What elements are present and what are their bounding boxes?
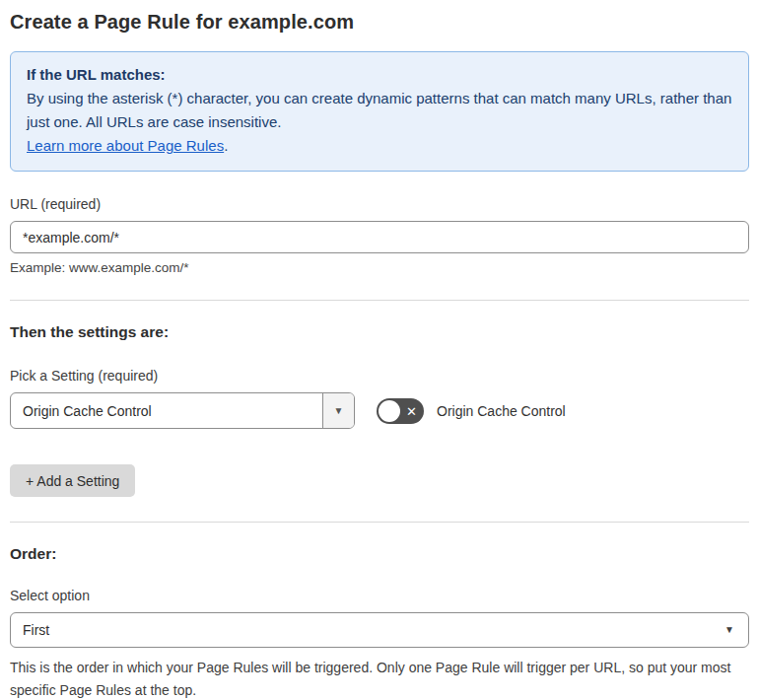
add-setting-button[interactable]: + Add a Setting [10, 464, 135, 497]
order-select[interactable]: First ▼ [10, 612, 749, 648]
setting-select-value: Origin Cache Control [11, 393, 322, 428]
toggle-off-x-icon: ✕ [406, 404, 417, 417]
page-title: Create a Page Rule for example.com [10, 8, 749, 35]
order-help-text: This is the order in which your Page Rul… [10, 657, 749, 700]
info-box-link-line: Learn more about Page Rules. [27, 134, 732, 158]
url-field-label: URL (required) [10, 195, 749, 213]
toggle-label: Origin Cache Control [437, 403, 566, 419]
chevron-down-icon: ▼ [724, 625, 734, 635]
url-example-helper: Example: www.example.com/* [10, 260, 749, 275]
info-box-heading: If the URL matches: [27, 63, 732, 87]
info-box-body: By using the asterisk (*) character, you… [27, 87, 732, 134]
settings-section-heading: Then the settings are: [10, 323, 749, 341]
origin-cache-control-toggle[interactable]: ✕ [377, 398, 424, 424]
setting-picker-row: Origin Cache Control ▼ ✕ Origin Cache Co… [10, 392, 749, 429]
order-select-label: Select option [10, 587, 749, 604]
order-select-value: First [23, 622, 49, 638]
pick-setting-label: Pick a Setting (required) [10, 367, 749, 385]
toggle-knob [379, 400, 400, 422]
divider [10, 300, 749, 301]
link-suffix: . [224, 137, 228, 154]
order-section-heading: Order: [10, 545, 749, 563]
learn-more-link[interactable]: Learn more about Page Rules [27, 137, 224, 154]
url-input[interactable] [10, 221, 749, 253]
setting-select[interactable]: Origin Cache Control ▼ [10, 392, 355, 429]
url-match-info-box: If the URL matches: By using the asteris… [10, 51, 749, 172]
setting-select-arrow-button[interactable]: ▼ [322, 393, 354, 428]
divider [10, 522, 749, 523]
chevron-down-icon: ▼ [334, 406, 344, 416]
